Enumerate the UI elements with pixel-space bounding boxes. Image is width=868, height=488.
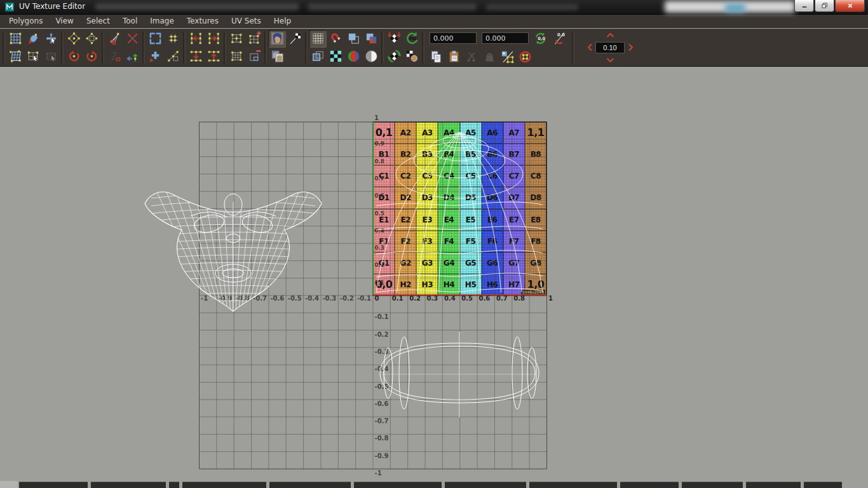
- shade-uvs-icon[interactable]: [309, 48, 327, 65]
- sew-uv-edges-icon[interactable]: [123, 30, 141, 48]
- refresh-image-icon[interactable]: [385, 48, 403, 65]
- cut-uv-edges-icon[interactable]: [105, 30, 123, 48]
- window-title: UV Texture Editor: [19, 2, 85, 11]
- marquee-select-tool-icon[interactable]: [42, 48, 60, 65]
- nudge-down-button[interactable]: [606, 55, 615, 65]
- title-bar[interactable]: UV Texture Editor: [0, 0, 868, 15]
- redacted-title-text: [308, 3, 477, 10]
- snap-uvs-grid-icon[interactable]: [164, 30, 182, 48]
- update-psd-networks-icon[interactable]: PSD: [403, 30, 421, 48]
- texture-cell-B8: B8: [525, 144, 546, 165]
- align-uvs-left-icon[interactable]: [187, 30, 205, 48]
- minimize-button[interactable]: [794, 0, 814, 12]
- texture-cell-label: E8: [531, 216, 541, 224]
- texture-cell-label: D8: [530, 194, 541, 201]
- v-coordinate-field[interactable]: [482, 32, 529, 44]
- menu-uv-sets[interactable]: UV Sets: [225, 15, 268, 27]
- refresh-uv-values-icon[interactable]: [516, 48, 534, 65]
- rgb-channels-icon[interactable]: [344, 48, 362, 65]
- menu-help[interactable]: Help: [268, 15, 297, 27]
- texture-cell-G2: G2: [395, 252, 416, 274]
- move-uv-shell-tool-icon[interactable]: [42, 30, 60, 48]
- copy-uvs-icon[interactable]: [427, 48, 445, 65]
- unitize-uvs-icon[interactable]: [227, 48, 245, 65]
- texture-cell-label: C7: [509, 172, 519, 180]
- normalize-uvs-icon[interactable]: [227, 30, 245, 48]
- toolbar-separator: [305, 31, 308, 64]
- menu-select[interactable]: Select: [80, 15, 116, 27]
- interactive-refresh-icon[interactable]: [385, 30, 403, 48]
- maya-uv-texture-editor-window: UV Texture Editor PolygonsViewSelectTool…: [0, 0, 868, 488]
- display-image-icon[interactable]: [268, 30, 286, 48]
- remove-uv-tile-icon[interactable]: [245, 48, 263, 65]
- texture-cell-E6: E6: [482, 209, 503, 231]
- nudge-left-button[interactable]: [585, 43, 595, 52]
- taskbar-item[interactable]: [804, 482, 842, 488]
- texture-cell-C5: C5: [460, 165, 482, 187]
- pixel-area-select-icon[interactable]: [498, 48, 516, 65]
- dither-display-icon[interactable]: [403, 48, 421, 65]
- pixel-snap-icon[interactable]: [309, 30, 327, 48]
- taskbar-item[interactable]: [91, 482, 166, 488]
- align-uvs-up-icon[interactable]: [205, 48, 222, 65]
- texture-cell-label: C4: [444, 172, 454, 180]
- split-uvs-icon[interactable]: [105, 48, 123, 65]
- taskbar-start-area[interactable]: [0, 481, 18, 488]
- taskbar-item[interactable]: [445, 482, 526, 488]
- close-button[interactable]: [835, 0, 865, 12]
- cycle-uvs-cw-button[interactable]: 0.0: [549, 29, 567, 47]
- toolbar-separator: [61, 31, 64, 64]
- filtered-image-icon[interactable]: [268, 48, 286, 65]
- layout-uvs-icon[interactable]: [146, 30, 164, 48]
- texture-cell-B1: B1: [373, 144, 395, 165]
- copy-overlap-icon[interactable]: [344, 30, 362, 48]
- texture-cell-label: H3: [422, 281, 433, 288]
- texture-cell-label: B1: [379, 151, 390, 158]
- taskbar-item[interactable]: [354, 482, 442, 488]
- menu-view[interactable]: View: [49, 15, 79, 27]
- taskbar-item[interactable]: [682, 482, 743, 488]
- nudge-step-field[interactable]: [595, 42, 625, 53]
- image-ratio-icon[interactable]: [286, 30, 304, 48]
- taskbar-item[interactable]: [182, 482, 266, 488]
- rotate-uvs-cw-icon[interactable]: [83, 48, 100, 65]
- texture-cell-B6: B6: [482, 144, 503, 165]
- nudge-up-button[interactable]: [606, 30, 615, 40]
- gradient-overlap-icon[interactable]: [362, 30, 380, 48]
- texture-cell-label: F8: [531, 238, 541, 245]
- magnet-snap-icon[interactable]: [327, 30, 344, 48]
- checker-display-icon[interactable]: [327, 48, 344, 65]
- texture-cell-C2: C2: [395, 165, 416, 187]
- unfold-uvs-icon[interactable]: [65, 30, 83, 48]
- taskbar-item[interactable]: [269, 482, 351, 488]
- align-uvs-down-icon[interactable]: [187, 48, 205, 65]
- menu-polygons[interactable]: Polygons: [3, 15, 49, 27]
- cycle-uvs-ccw-button[interactable]: 0,0: [531, 29, 549, 47]
- taskbar-item[interactable]: [169, 482, 179, 488]
- alpha-channels-icon[interactable]: [362, 48, 380, 65]
- move-and-sew-uvs-icon[interactable]: [123, 48, 141, 65]
- rotate-uvs-ccw-icon[interactable]: [65, 48, 83, 65]
- align-uv-shells-icon[interactable]: [164, 48, 182, 65]
- uv-lattice-tool-icon[interactable]: [6, 30, 24, 48]
- uv-smudge-tool-icon[interactable]: [24, 30, 42, 48]
- layout-uv-shells-icon[interactable]: [146, 48, 164, 65]
- taskbar-item[interactable]: [529, 482, 617, 488]
- paste-uvs-icon[interactable]: [445, 48, 463, 65]
- relax-uvs-icon[interactable]: [83, 30, 100, 48]
- texture-cell-C3: C3: [416, 165, 438, 187]
- taskbar-item[interactable]: [620, 482, 679, 488]
- menu-image[interactable]: Image: [144, 15, 180, 27]
- uv-lattice-deform-tool-icon[interactable]: [6, 48, 24, 65]
- select-uv-tool-icon[interactable]: [24, 48, 42, 65]
- menu-tool[interactable]: Tool: [116, 15, 144, 27]
- taskbar-item[interactable]: [746, 482, 801, 488]
- u-coordinate-field[interactable]: [430, 32, 477, 44]
- nudge-right-button[interactable]: [626, 43, 635, 52]
- menu-textures[interactable]: Textures: [180, 15, 225, 27]
- restore-button[interactable]: [815, 0, 834, 12]
- align-uvs-right-icon[interactable]: [205, 30, 222, 48]
- texture-cell-label: E3: [423, 216, 433, 224]
- add-uv-tile-icon[interactable]: [245, 30, 263, 48]
- taskbar-item[interactable]: [19, 482, 88, 488]
